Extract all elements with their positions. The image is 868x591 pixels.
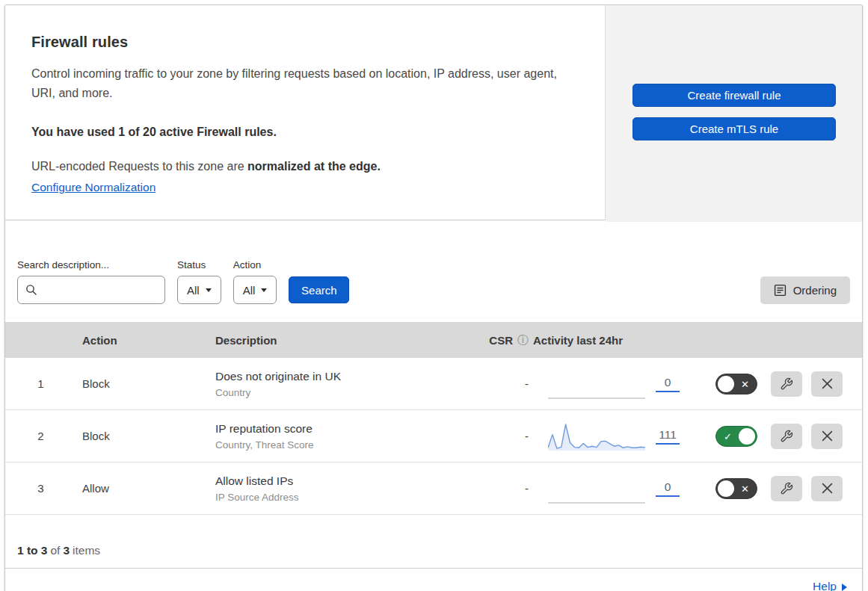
- firewall-rules-card: Firewall rules Control incoming traffic …: [4, 4, 863, 591]
- rule-match-fields: Country: [215, 387, 482, 398]
- table-header-row: Action Description CSR ⓘ Activity last 2…: [5, 322, 862, 358]
- ordering-list-icon: [774, 284, 787, 297]
- search-input[interactable]: [43, 276, 158, 303]
- create-firewall-rule-button[interactable]: Create firewall rule: [632, 84, 836, 107]
- help-link-label: Help: [813, 580, 837, 591]
- rule-number: 2: [5, 430, 76, 442]
- header-text-panel: Firewall rules Control incoming traffic …: [5, 5, 606, 220]
- create-actions-panel: Create firewall rule Create mTLS rule: [606, 5, 862, 222]
- rule-match-fields: Country, Threat Score: [215, 439, 482, 451]
- rule-enabled-toggle[interactable]: ✕: [715, 374, 757, 394]
- rule-activity-cell: 0: [529, 472, 702, 505]
- filter-bar: Search description... Status All Action …: [5, 220, 862, 304]
- wrench-icon: [780, 377, 793, 391]
- header-action: Action: [76, 334, 202, 347]
- rule-csr-value: -: [482, 482, 529, 495]
- activity-sparkline: [548, 420, 645, 453]
- rule-enabled-toggle[interactable]: ✓: [715, 426, 757, 447]
- activity-count-link[interactable]: 0: [656, 480, 680, 497]
- rule-description-cell: Allow listed IPs IP Source Address: [202, 474, 482, 503]
- info-icon[interactable]: ⓘ: [517, 333, 529, 347]
- rule-number: 3: [5, 482, 76, 495]
- action-label: Action: [233, 259, 277, 270]
- action-dropdown[interactable]: All: [233, 276, 277, 304]
- status-dropdown-value: All: [187, 284, 200, 297]
- items-range: 1 to 3: [17, 544, 47, 557]
- activity-count-link[interactable]: 0: [656, 376, 680, 392]
- wrench-icon: [780, 430, 793, 443]
- edit-rule-button[interactable]: [771, 371, 802, 397]
- action-filter-group: Action All: [233, 259, 277, 304]
- table-row: 3 Allow Allow listed IPs IP Source Addre…: [5, 462, 862, 515]
- search-icon: [25, 284, 37, 296]
- configure-normalization-link[interactable]: Configure Normalization: [31, 181, 156, 194]
- rule-action-value: Allow: [76, 482, 202, 495]
- header-csr-label: CSR: [489, 334, 513, 347]
- rule-actions-cell: [771, 476, 862, 501]
- close-icon: [822, 430, 833, 442]
- rule-enabled-toggle[interactable]: ✕: [715, 478, 757, 499]
- table-row: 1 Block Does not originate in UK Country…: [5, 358, 862, 410]
- rule-description-cell: IP reputation score Country, Threat Scor…: [202, 421, 482, 451]
- ordering-button[interactable]: Ordering: [760, 276, 850, 304]
- header-section: Firewall rules Control incoming traffic …: [5, 5, 862, 220]
- toggle-state-icon: ✓: [724, 431, 732, 441]
- rule-description: Does not originate in UK: [215, 369, 482, 385]
- close-icon: [822, 483, 833, 494]
- normalization-note: URL-encoded Requests to this zone are no…: [31, 160, 575, 173]
- search-group: Search description...: [17, 259, 165, 304]
- normalization-note-text: URL-encoded Requests to this zone are: [31, 160, 247, 173]
- pagination-footer: 1 to 3 of 3 items: [5, 515, 862, 569]
- toggle-state-icon: ✕: [741, 379, 749, 389]
- page-title: Firewall rules: [31, 34, 575, 51]
- wrench-icon: [780, 482, 793, 495]
- rule-activity-cell: 111: [529, 420, 702, 453]
- delete-rule-button[interactable]: [811, 371, 843, 397]
- chevron-down-icon: [206, 288, 212, 292]
- page-description: Control incoming traffic to your zone by…: [31, 64, 562, 103]
- header-activity: Activity last 24hr: [529, 334, 702, 347]
- rule-toggle-cell: ✕: [702, 478, 771, 499]
- action-dropdown-value: All: [243, 284, 256, 297]
- rule-csr-value: -: [482, 377, 529, 390]
- help-row: Help: [5, 569, 862, 591]
- normalization-note-bold: normalized at the edge.: [247, 160, 381, 173]
- usage-summary: You have used 1 of 20 active Firewall ru…: [31, 126, 575, 139]
- edit-rule-button[interactable]: [771, 476, 802, 501]
- items-of-text: of: [50, 544, 60, 557]
- rule-description-cell: Does not originate in UK Country: [202, 369, 482, 398]
- rule-activity-cell: 0: [529, 368, 702, 400]
- create-mtls-rule-button[interactable]: Create mTLS rule: [632, 117, 836, 140]
- delete-rule-button[interactable]: [811, 424, 843, 449]
- search-button[interactable]: Search: [289, 276, 349, 303]
- ordering-button-label: Ordering: [793, 284, 837, 297]
- search-input-box[interactable]: [17, 276, 165, 304]
- toggle-knob: [739, 428, 755, 445]
- rule-csr-value: -: [482, 430, 529, 442]
- rules-table: Action Description CSR ⓘ Activity last 2…: [5, 322, 862, 515]
- activity-sparkline: [548, 472, 645, 505]
- header-activity-label: Activity last 24hr: [529, 334, 623, 347]
- table-body: 1 Block Does not originate in UK Country…: [5, 358, 862, 515]
- delete-rule-button[interactable]: [811, 476, 843, 501]
- rule-action-value: Block: [76, 430, 202, 442]
- search-label: Search description...: [17, 259, 165, 270]
- edit-rule-button[interactable]: [771, 424, 802, 449]
- header-csr: CSR ⓘ: [482, 333, 529, 347]
- items-label: items: [73, 544, 100, 557]
- close-icon: [822, 378, 833, 389]
- activity-count-link[interactable]: 111: [656, 428, 680, 445]
- chevron-down-icon: [261, 288, 267, 292]
- toggle-state-icon: ✕: [741, 483, 749, 493]
- rule-description: Allow listed IPs: [215, 474, 482, 489]
- status-filter-group: Status All: [177, 259, 221, 304]
- status-label: Status: [177, 259, 221, 270]
- rule-actions-cell: [771, 371, 862, 397]
- rule-description: IP reputation score: [215, 421, 482, 437]
- rule-actions-cell: [771, 424, 862, 449]
- status-dropdown[interactable]: All: [177, 276, 221, 304]
- toggle-knob: [718, 480, 734, 497]
- header-description: Description: [202, 334, 482, 347]
- rule-toggle-cell: ✓: [702, 426, 771, 447]
- help-link[interactable]: Help: [813, 580, 847, 591]
